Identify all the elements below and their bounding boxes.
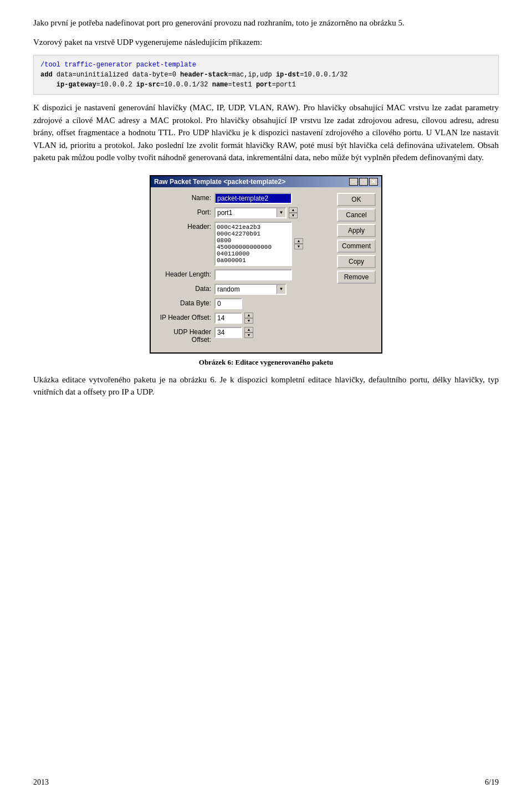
code-line-3: ip-gateway=10.0.0.2 ip-src=10.0.0.1/32 n… <box>40 80 492 90</box>
port-spin-up[interactable]: ▲ <box>289 207 298 213</box>
ip-offset-row: IP Header Offset: ▲ ▼ <box>156 313 332 324</box>
cancel-button[interactable]: Cancel <box>337 208 376 222</box>
ip-offset-label: IP Header Offset: <box>156 313 214 321</box>
titlebar-buttons: ─ □ ✕ <box>349 178 378 186</box>
paragraph-2: Vzorový paket na vrstvě UDP vygenerujeme… <box>33 36 499 49</box>
paragraph-3: K dispozici je nastavení generování hlav… <box>33 101 499 164</box>
paragraph-4: Ukázka editace vytvořeného paketu je na … <box>33 374 499 398</box>
name-control <box>214 193 332 204</box>
name-input[interactable] <box>214 193 292 204</box>
data-byte-control <box>214 298 332 309</box>
maximize-button[interactable]: □ <box>359 178 368 186</box>
comment-button[interactable]: Comment <box>337 239 376 253</box>
code-block: /tool traffic-generator packet-template … <box>33 55 499 95</box>
data-label: Data: <box>156 284 214 293</box>
data-combo[interactable]: ▼ <box>214 284 287 295</box>
udp-offset-spin: ▲ ▼ <box>244 327 253 338</box>
dialog-window: Raw Packet Template <packet-template2> ─… <box>150 175 382 354</box>
header-textarea[interactable]: 000c421ea2b3 000c42270b91 0800 450000000… <box>214 222 292 266</box>
header-length-row: Header Length: <box>156 269 332 280</box>
header-label: Header: <box>156 222 214 231</box>
footer: 2013 6/19 <box>33 778 499 787</box>
ok-button[interactable]: OK <box>337 193 376 206</box>
header-length-input[interactable] <box>214 269 292 280</box>
figure-caption: Obrázek 6: Editace vygenerovaného paketu <box>33 358 499 367</box>
minimize-button[interactable]: ─ <box>349 178 358 186</box>
header-length-control <box>214 269 332 280</box>
footer-year: 2013 <box>33 778 49 787</box>
header-scroll-up[interactable]: ▲ <box>294 238 303 244</box>
dialog-title: Raw Packet Template <packet-template2> <box>154 178 285 186</box>
udp-offset-spin-up[interactable]: ▲ <box>244 327 253 332</box>
ip-offset-spin-down[interactable]: ▼ <box>244 318 253 324</box>
footer-page: 6/19 <box>485 778 499 787</box>
port-combo-input[interactable] <box>216 208 277 217</box>
udp-offset-control: ▲ ▼ <box>214 327 332 338</box>
udp-offset-row: UDP Header Offset: ▲ ▼ <box>156 327 332 344</box>
data-combo-input[interactable] <box>216 285 277 294</box>
udp-offset-label: UDP Header Offset: <box>156 327 214 344</box>
dialog-titlebar: Raw Packet Template <packet-template2> ─… <box>151 176 381 187</box>
data-row: Data: ▼ <box>156 284 332 295</box>
code-line-2: add data=uninitialized data-byte=0 heade… <box>40 70 492 80</box>
data-control: ▼ <box>214 284 332 295</box>
port-spin-down[interactable]: ▼ <box>289 213 298 218</box>
port-row: Port: ▼ ▲ ▼ <box>156 207 332 218</box>
data-byte-label: Data Byte: <box>156 298 214 307</box>
dialog-container: Raw Packet Template <packet-template2> ─… <box>33 175 499 354</box>
data-byte-row: Data Byte: <box>156 298 332 309</box>
header-control: 000c421ea2b3 000c42270b91 0800 450000000… <box>214 222 332 266</box>
header-scroll-down[interactable]: ▼ <box>294 244 303 249</box>
apply-button[interactable]: Apply <box>337 224 376 237</box>
close-button[interactable]: ✕ <box>369 178 378 186</box>
dialog-form: Name: Port: ▼ ▲ ▼ <box>156 193 332 347</box>
port-label: Port: <box>156 207 214 216</box>
name-label: Name: <box>156 193 214 202</box>
ip-offset-input[interactable] <box>214 313 242 324</box>
port-spin: ▲ ▼ <box>289 207 298 218</box>
data-combo-arrow[interactable]: ▼ <box>277 285 285 294</box>
paragraph-1: Jako první je potřeba nadefinovat port p… <box>33 17 499 29</box>
header-scroll: ▲ ▼ <box>294 238 303 249</box>
data-byte-input[interactable] <box>214 298 242 309</box>
header-row: Header: 000c421ea2b3 000c42270b91 0800 4… <box>156 222 332 266</box>
remove-button[interactable]: Remove <box>337 270 376 284</box>
ip-offset-spin-up[interactable]: ▲ <box>244 313 253 318</box>
port-combo[interactable]: ▼ <box>214 207 287 218</box>
udp-offset-spin-down[interactable]: ▼ <box>244 332 253 338</box>
ip-offset-control: ▲ ▼ <box>214 313 332 324</box>
code-line-1: /tool traffic-generator packet-template <box>40 60 492 70</box>
name-row: Name: <box>156 193 332 204</box>
udp-offset-input[interactable] <box>214 327 242 338</box>
ip-offset-spin: ▲ ▼ <box>244 313 253 324</box>
port-combo-arrow[interactable]: ▼ <box>277 208 285 217</box>
port-control: ▼ ▲ ▼ <box>214 207 332 218</box>
copy-button[interactable]: Copy <box>337 255 376 268</box>
header-length-label: Header Length: <box>156 269 214 278</box>
dialog-body: Name: Port: ▼ ▲ ▼ <box>151 187 381 352</box>
dialog-buttons: OK Cancel Apply Comment Copy Remove <box>337 193 376 347</box>
